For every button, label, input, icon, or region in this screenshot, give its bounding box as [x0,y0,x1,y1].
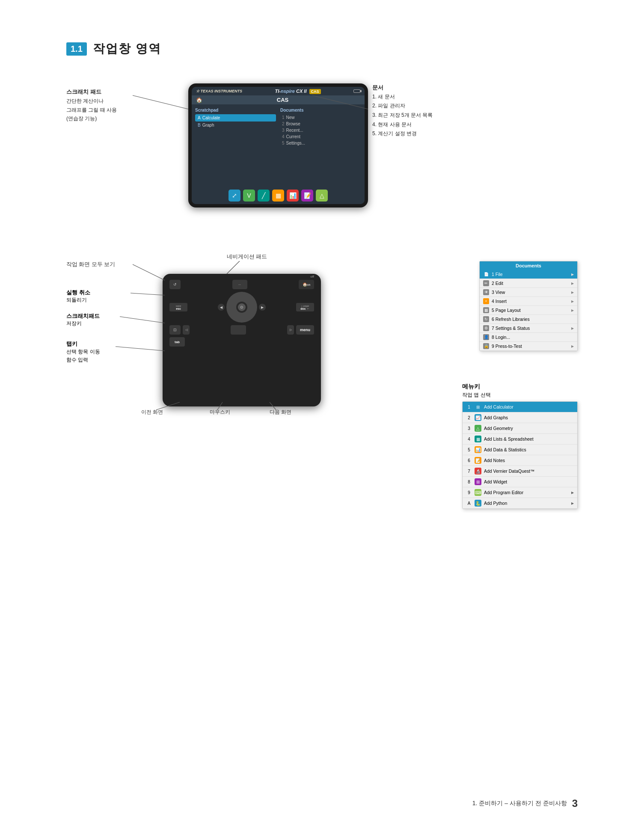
app-menu-title: 메뉴키 [462,383,578,391]
calc-item-graph: BGraph [195,122,276,129]
prev-screen-label: 이전 화면 [141,409,163,416]
page-container: 1.1 작업창 영역 ☆ TEXAS INSTRUMENTS TI-nspire… [0,0,644,833]
kb-undo-key[interactable]: ↺ [169,280,181,289]
documents-annotation: 문서 1. 새 문서 2. 파일 관리자 3. 최근 저장 5개 문서 목록 4… [372,83,433,139]
scratchpad-kb-annotation: 스크래치패드 저장키 [66,312,100,327]
calculator-icon: ⊞ [475,403,481,410]
lists-icon: ▦ [475,436,481,442]
app-item-graphs[interactable]: 2 📈 Add Graphs [463,412,577,423]
work-view-label: 작업 화면 모두 보기 [66,261,115,268]
kb-top-center: ··· [232,280,247,289]
widget-icon: ⊞ [475,478,481,485]
app-icon-notes: 📝 [301,190,313,202]
app-icon-move: ⤢ [229,190,240,202]
kb-home-on-key[interactable]: 🏠on [299,280,314,289]
svg-line-5 [120,317,165,323]
refresh-icon: ↻ [483,316,489,322]
section-badge: 1.1 [66,42,87,56]
app-icon-calc: V [243,190,255,202]
app-item-datastats[interactable]: 5 📊 Add Data & Statistics [463,445,577,455]
kb-esc-key[interactable]: save esc [169,303,187,311]
kb-tab-key[interactable]: tab [169,337,185,347]
docs-menu-item-refresh[interactable]: ↻ 6 Refresh Libraries [480,315,577,324]
insert-icon: + [483,298,489,304]
kb-dpad-center-placeholder [231,325,246,335]
app-item-calculator[interactable]: 1 ⊞ Add Calculator [463,402,577,412]
view-icon: 👁 [483,289,489,295]
mouse-key-label: 마우스키 [210,409,230,416]
docs-menu-item-settings[interactable]: ⚙ 7 Settings & Status ▶ [480,324,577,333]
svg-line-4 [131,293,165,295]
section-header: 1.1 작업창 영역 [66,41,161,57]
python-icon: 🐍 [475,500,481,507]
documents-menu: Documents 📄 1 File ▶ ✏ 2 Edit ▶ 👁 3 View… [479,261,578,351]
kb-menu-key[interactable]: menu [296,325,314,335]
ti-logo: ☆ TEXAS INSTRUMENTS [196,89,242,93]
datastats-icon: 📊 [475,446,481,453]
scratchpad-col: Scratchpad ACalculate BGraph [195,108,276,184]
calc-model: TI-nspire CX II CAS [275,89,321,94]
keyboard-mockup: ↺ ··· off 🏠on save esc [163,274,321,406]
home-icon: 🏠 [196,97,202,103]
settings-icon: ⚙ [483,325,489,331]
battery-icon [353,89,360,93]
app-item-widget[interactable]: 8 ⊞ Add Widget [463,477,577,487]
app-menu-area: 메뉴키 작업 앱 선택 1 ⊞ Add Calculator 2 📈 Add G… [462,383,578,509]
undo-annotation: 실행 취소 되돌리기 [66,289,90,304]
app-icon-spreadsheet: ▦ [272,190,284,202]
tab-annotation: 탭키 선택 항목 이동함수 입력 [66,340,100,364]
docs-menu-item-insert[interactable]: + 4 Insert ▶ [480,297,577,306]
vernier-icon: 🔬 [475,468,481,474]
app-item-notes[interactable]: 6 📝 Add Notes [463,455,577,466]
svg-line-0 [133,95,188,109]
next-screen-label: 다음 화면 [270,409,291,416]
svg-line-2 [133,264,165,280]
documents-col-title: Documents [280,108,361,113]
docs-menu-item-edit[interactable]: ✏ 2 Edit ▶ [480,279,577,288]
docs-menu-item-presstest[interactable]: 🔒 9 Press-to-Test ▶ [480,342,577,351]
docs-menu-item-file[interactable]: 📄 1 File ▶ [480,270,577,279]
login-icon: 👤 [483,334,489,340]
doc-item-5: 5Settings... [280,140,361,146]
docs-menu-item-pagelayout[interactable]: ▦ 5 Page Layout ▶ [480,306,577,315]
kb-left-side-key[interactable]: ◁ [183,325,190,335]
doc-item-4: 4Current [280,133,361,140]
pagelayout-icon: ▦ [483,307,489,313]
docs-menu-panel: 문서키 문서 관리 및 설정 Documents 📄 1 File ▶ ✏ 2 … [537,261,578,279]
documents-col: Documents 1New 2Browse 3Recent... 4Curre… [280,108,361,184]
notes-icon: 📝 [475,457,481,464]
programeditor-icon: ⌨ [475,489,481,496]
section-title: 작업창 영역 [93,41,161,57]
app-item-python[interactable]: A 🐍 Add Python [463,498,577,509]
docs-menu-item-login[interactable]: 👤 8 Login... [480,333,577,342]
calculator-screen: ☆ TEXAS INSTRUMENTS TI-nspire CX II CAS … [188,83,368,208]
app-icons-row: ⤢ V ╱ ▦ 📊 📝 △ [192,187,365,204]
nav-pad-label: 네비게이션 패드 [227,253,267,261]
kb-scratchpad-key[interactable]: ⊡ [169,325,181,335]
app-item-geometry[interactable]: 3 △ Add Geometry [463,423,577,434]
doc-item-2: 2Browse [280,121,361,127]
app-item-lists[interactable]: 4 ▦ Add Lists & Spreadsheet [463,434,577,445]
app-item-vernier[interactable]: 7 🔬 Add Vernier DataQuest™ [463,466,577,477]
footer: 1. 준비하기 – 사용하기 전 준비사항 3 [472,797,578,809]
scratchpad-col-title: Scratchpad [195,108,276,113]
top-diagram: ☆ TEXAS INSTRUMENTS TI-nspire CX II CAS … [0,75,644,229]
app-icon-graph: ╱ [258,190,270,202]
kb-right-arrow[interactable]: ▶ [259,304,266,311]
kb-dpad[interactable]: ⊙ [226,292,257,323]
file-icon: 📄 [483,271,489,277]
app-icon-geometry: △ [316,190,328,202]
kb-left-arrow[interactable]: ◀ [218,304,225,311]
scratchpad-annotation: 스크래치 패드 간단한 계산이나그래프를 그릴 때 사용(연습장 기능) [66,88,117,123]
docs-panel-title: Documents [480,261,577,270]
svg-line-6 [116,347,165,351]
kb-doc-page-key[interactable]: + page doc ← [296,303,314,311]
bottom-diagram: ↺ ··· off 🏠on save esc [0,261,644,539]
app-item-programeditor[interactable]: 9 ⌨ Add Program Editor [463,487,577,498]
graphs-icon: 📈 [475,414,481,421]
edit-icon: ✏ [483,280,489,286]
calc-page-title: CAS [205,97,360,103]
kb-right-side-key[interactable]: ▷ [287,325,294,335]
doc-item-3: 3Recent... [280,127,361,133]
docs-menu-item-view[interactable]: 👁 3 View ▶ [480,288,577,297]
